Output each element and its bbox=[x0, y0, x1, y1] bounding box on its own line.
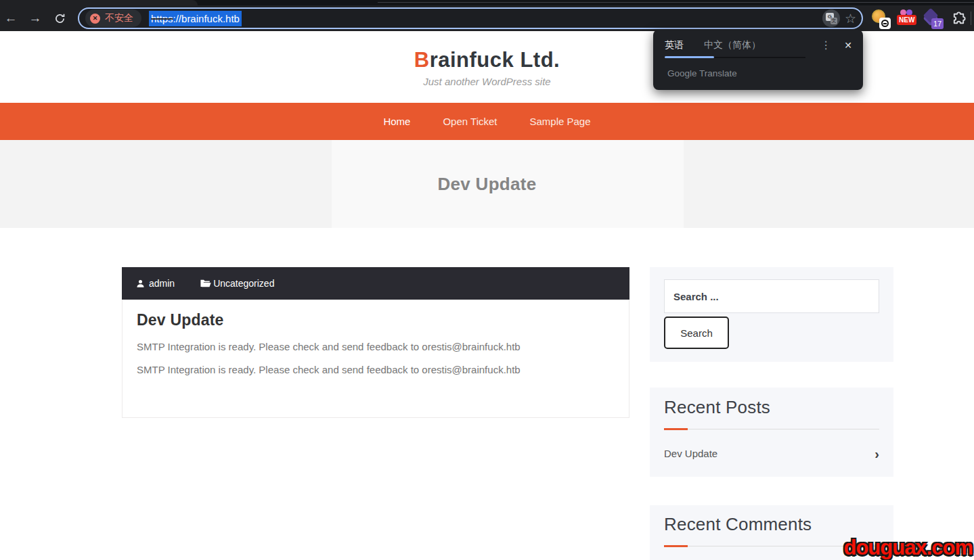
google-translate-brand: Google Translate bbox=[667, 68, 737, 78]
bookmark-star-icon[interactable]: ☆ bbox=[845, 11, 856, 26]
reload-icon[interactable] bbox=[49, 8, 70, 28]
post-body: Dev Update SMTP Integration is ready. Pl… bbox=[122, 300, 629, 418]
url-scheme: https bbox=[151, 13, 173, 24]
toolbar-divider bbox=[971, 11, 971, 25]
minus-badge-icon bbox=[879, 18, 891, 29]
heading-rule bbox=[664, 428, 879, 430]
translate-wen-glyph: 文 bbox=[831, 18, 837, 24]
adblock-extension-icon[interactable] bbox=[872, 9, 890, 28]
screen: ← → ✕ 不安全 https://brainfuck.htb G 文 ☆ bbox=[0, 0, 974, 560]
tab-strip-divider bbox=[378, 2, 974, 3]
new-badge: NEW bbox=[897, 15, 916, 25]
recent-post-item[interactable]: Dev Update › bbox=[664, 448, 879, 459]
nav-item-home[interactable]: Home bbox=[383, 116, 410, 127]
site-title-rest: rainfuck Ltd. bbox=[430, 48, 560, 72]
security-label: 不安全 bbox=[105, 12, 133, 24]
chevron-right-icon: › bbox=[875, 449, 879, 459]
post-category[interactable]: Uncategorized bbox=[200, 278, 274, 289]
count-badge: 17 bbox=[931, 18, 944, 29]
post-author-label: admin bbox=[149, 278, 175, 289]
post-category-label: Uncategorized bbox=[213, 278, 274, 289]
watermark: douguax.com bbox=[843, 536, 973, 560]
search-widget: Search bbox=[650, 267, 893, 362]
browser-toolbar: ← → ✕ 不安全 https://brainfuck.htb G 文 ☆ bbox=[0, 5, 974, 31]
translate-close-icon[interactable]: ✕ bbox=[844, 40, 852, 51]
post-card: admin Uncategorized Dev Update SMTP Inte… bbox=[122, 267, 629, 418]
recent-posts-heading: Recent Posts bbox=[664, 397, 879, 418]
translate-tab-english[interactable]: 英语 bbox=[665, 39, 684, 51]
url-text[interactable]: https://brainfuck.htb bbox=[149, 13, 242, 24]
nav-item-open-ticket[interactable]: Open Ticket bbox=[443, 116, 497, 127]
new-extension-icon[interactable]: NEW bbox=[898, 9, 916, 28]
post-title[interactable]: Dev Update bbox=[137, 311, 615, 329]
recent-posts-widget: Recent Posts Dev Update › bbox=[650, 388, 893, 477]
page-title: Dev Update bbox=[437, 174, 536, 195]
translate-active-tab-underline bbox=[665, 56, 714, 58]
post-author[interactable]: admin bbox=[136, 278, 175, 289]
extensions-area: NEW 17 bbox=[872, 9, 969, 28]
main-navigation: Home Open Ticket Sample Page bbox=[0, 103, 974, 140]
url-rest: ://brainfuck.htb bbox=[173, 13, 240, 24]
post-paragraph: SMTP Integration is ready. Please check … bbox=[137, 364, 615, 375]
purple-extension-icon[interactable]: 17 bbox=[925, 9, 943, 28]
user-icon bbox=[136, 279, 145, 288]
search-button[interactable]: Search bbox=[664, 317, 729, 349]
post-meta-bar: admin Uncategorized bbox=[122, 267, 629, 300]
recent-post-link[interactable]: Dev Update bbox=[664, 448, 717, 459]
forward-icon[interactable]: → bbox=[25, 8, 45, 28]
not-secure-icon: ✕ bbox=[90, 14, 100, 24]
translate-tab-chinese[interactable]: 中文（简体） bbox=[704, 39, 761, 51]
tab-strip bbox=[0, 0, 974, 5]
translate-menu-icon[interactable]: ⋮ bbox=[820, 39, 831, 51]
address-bar[interactable]: ✕ 不安全 https://brainfuck.htb G 文 ☆ bbox=[78, 7, 863, 29]
page-title-band: Dev Update bbox=[0, 140, 974, 228]
security-chip[interactable]: ✕ 不安全 bbox=[85, 9, 141, 27]
search-input[interactable] bbox=[664, 279, 879, 313]
translate-icon[interactable]: G 文 bbox=[822, 9, 840, 27]
recent-comments-heading: Recent Comments bbox=[664, 514, 879, 535]
google-translate-popup: 英语 中文（简体） ⋮ ✕ Google Translate bbox=[653, 30, 863, 90]
nav-item-sample-page[interactable]: Sample Page bbox=[530, 116, 591, 127]
back-icon[interactable]: ← bbox=[1, 8, 21, 28]
folder-icon bbox=[200, 279, 211, 288]
site-title-initial: B bbox=[414, 48, 430, 72]
active-tab[interactable] bbox=[0, 0, 198, 5]
post-paragraph: SMTP Integration is ready. Please check … bbox=[137, 341, 615, 352]
extensions-puzzle-icon[interactable] bbox=[951, 9, 969, 28]
